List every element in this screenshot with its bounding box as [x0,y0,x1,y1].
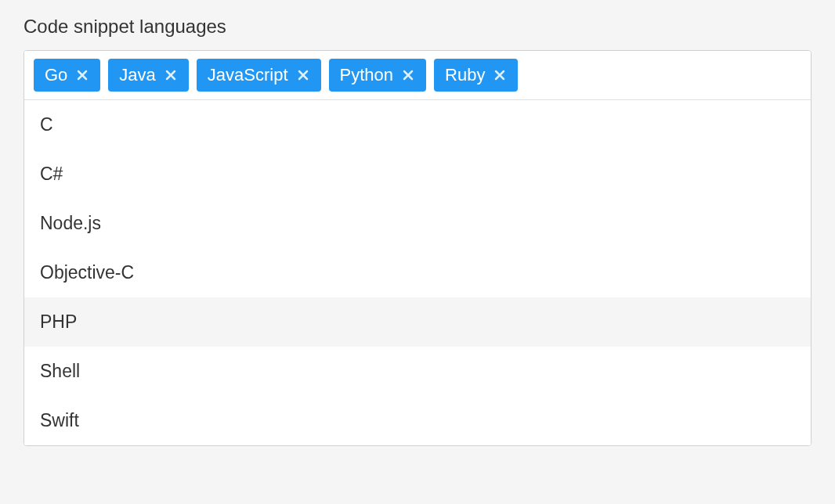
options-dropdown: C C# Node.js Objective-C PHP Shell Swift [24,100,811,445]
option-nodejs[interactable]: Node.js [24,199,811,248]
multiselect-container: Go Java JavaScript [23,50,812,446]
selected-tags-row[interactable]: Go Java JavaScript [24,51,811,100]
close-icon[interactable] [75,68,89,82]
option-c[interactable]: C [24,100,811,149]
tag-label: Java [119,65,155,85]
close-icon[interactable] [164,68,178,82]
field-label: Code snippet languages [23,16,812,38]
option-objective-c[interactable]: Objective-C [24,248,811,297]
tag-go: Go [34,59,100,92]
tag-ruby: Ruby [434,59,518,92]
option-php[interactable]: PHP [24,297,811,347]
option-shell[interactable]: Shell [24,347,811,396]
close-icon[interactable] [493,68,507,82]
tag-python: Python [329,59,427,92]
close-icon[interactable] [401,68,415,82]
tag-javascript: JavaScript [197,59,321,92]
tag-label: Go [45,65,67,85]
tag-label: Python [340,65,394,85]
close-icon[interactable] [296,68,310,82]
tag-java: Java [108,59,188,92]
tag-label: Ruby [445,65,485,85]
option-csharp[interactable]: C# [24,149,811,199]
option-swift[interactable]: Swift [24,396,811,445]
tag-label: JavaScript [208,65,288,85]
